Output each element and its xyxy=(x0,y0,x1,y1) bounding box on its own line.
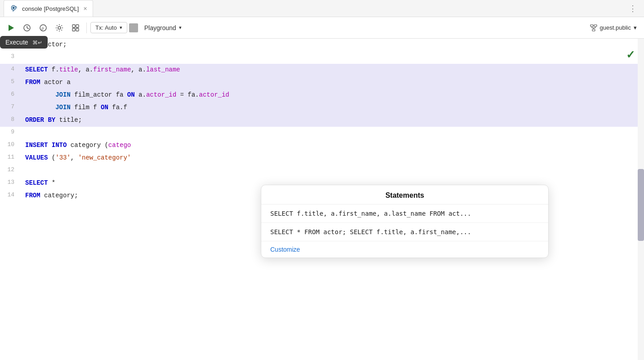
tab-item-console[interactable]: console [PostgreSQL] × xyxy=(4,0,93,17)
svg-rect-12 xyxy=(72,28,75,31)
line-number: 6 xyxy=(0,89,22,99)
svg-line-6 xyxy=(27,28,29,29)
svg-rect-13 xyxy=(76,28,79,31)
svg-point-9 xyxy=(58,27,61,29)
playground-label: Playground xyxy=(144,24,176,31)
line-number: 8 xyxy=(0,114,22,124)
toolbar: Execute ⌘↵ p Tx: xyxy=(0,17,644,39)
svg-rect-10 xyxy=(72,25,75,27)
line-content xyxy=(22,127,644,138)
svg-rect-14 xyxy=(590,25,593,27)
code-line: 11VALUES ('33', 'new_category' xyxy=(0,152,644,164)
code-line: 8ORDER BY title; xyxy=(0,114,644,127)
gear-icon xyxy=(55,24,63,32)
line-content: SELECT f.title, a.first_name, a.last_nam… xyxy=(22,64,644,76)
code-editor[interactable]: 2FROM actor;3 4SELECT f.title, a.first_n… xyxy=(0,39,644,202)
editor-area[interactable]: 2FROM actor;3 4SELECT f.title, a.first_n… xyxy=(0,39,644,360)
line-number: 10 xyxy=(0,139,22,150)
line-number: 7 xyxy=(0,102,22,112)
line-number: 13 xyxy=(0,177,22,187)
svg-text:p: p xyxy=(41,26,44,31)
line-number: 12 xyxy=(0,164,22,175)
history-button[interactable] xyxy=(20,21,34,35)
tab-title: console [PostgreSQL] xyxy=(22,5,79,12)
line-content: ORDER BY title; xyxy=(22,114,644,126)
line-number: 14 xyxy=(0,190,22,200)
tab-more-button[interactable]: ⋮ xyxy=(625,4,640,13)
code-line: 10INSERT INTO category (catego xyxy=(0,139,644,152)
line-content: FROM actor; xyxy=(22,39,644,50)
editor-scrollbar[interactable] xyxy=(638,39,644,360)
schema-icon xyxy=(590,24,597,31)
line-number: 3 xyxy=(0,51,22,62)
scrollbar-thumb[interactable] xyxy=(638,169,644,241)
playground-button[interactable]: Playground ▾ xyxy=(140,22,186,33)
statements-popup: Statements SELECT f.title, a.first_name,… xyxy=(261,185,549,258)
statement-item-0[interactable]: SELECT f.title, a.first_name, a.last_nam… xyxy=(261,204,548,223)
statement-item-1[interactable]: SELECT * FROM actor; SELECT f.title, a.f… xyxy=(261,223,548,241)
line-number: 11 xyxy=(0,152,22,162)
postgresql-icon xyxy=(9,4,18,13)
line-content: JOIN film f ON fa.f xyxy=(22,102,644,113)
code-line: 9 xyxy=(0,127,644,139)
customize-link[interactable]: Customize xyxy=(261,241,548,258)
toolbar-divider-1 xyxy=(86,22,87,33)
code-line: 7 JOIN film f ON fa.f xyxy=(0,102,644,114)
code-line: 5FROM actor a xyxy=(0,76,644,89)
line-number: 4 xyxy=(0,64,22,74)
schema-selector[interactable]: guest.public ▾ xyxy=(586,22,640,33)
play-icon xyxy=(7,24,15,32)
line-content xyxy=(22,164,644,176)
code-line: 6 JOIN film_actor fa ON a.actor_id = fa.… xyxy=(0,89,644,102)
code-line: 12 xyxy=(0,164,644,177)
line-content: VALUES ('33', 'new_category' xyxy=(22,152,644,164)
statements-popup-title: Statements xyxy=(261,185,548,204)
line-content: INSERT INTO category (catego xyxy=(22,139,644,151)
grid-icon xyxy=(72,24,80,32)
line-number: 5 xyxy=(0,76,22,87)
svg-marker-3 xyxy=(9,25,14,31)
schema-chevron-icon: ▾ xyxy=(634,24,637,31)
line-number: 9 xyxy=(0,127,22,137)
line-number: 2 xyxy=(0,39,22,49)
explain-icon: p xyxy=(39,24,47,32)
tx-mode-selector[interactable]: Tx: Auto ▾ xyxy=(90,22,127,33)
playground-chevron-icon: ▾ xyxy=(179,25,182,31)
settings-button[interactable] xyxy=(52,21,67,35)
code-line: 2FROM actor; xyxy=(0,39,644,51)
line-content: JOIN film_actor fa ON a.actor_id = fa.ac… xyxy=(22,89,644,101)
tx-chevron-icon: ▾ xyxy=(120,25,122,31)
svg-rect-11 xyxy=(76,25,79,27)
schema-label: guest.public xyxy=(600,24,631,31)
code-line: 4SELECT f.title, a.first_name, a.last_na… xyxy=(0,64,644,76)
explain-button[interactable]: p xyxy=(36,21,50,35)
code-line: 3 xyxy=(0,51,644,64)
line-content: FROM actor a xyxy=(22,76,644,88)
svg-point-2 xyxy=(13,7,15,9)
stop-button[interactable] xyxy=(129,23,138,32)
tab-close-button[interactable]: × xyxy=(83,5,87,12)
svg-rect-16 xyxy=(592,29,595,31)
check-status-icon: ✓ xyxy=(626,49,635,61)
clock-icon xyxy=(23,24,31,32)
tx-label: Tx: Auto xyxy=(95,24,117,31)
execute-button[interactable] xyxy=(4,21,18,35)
svg-rect-15 xyxy=(594,25,597,27)
tab-bar: console [PostgreSQL] × ⋮ xyxy=(0,0,644,17)
line-content xyxy=(22,51,644,63)
grid-button[interactable] xyxy=(68,21,83,35)
